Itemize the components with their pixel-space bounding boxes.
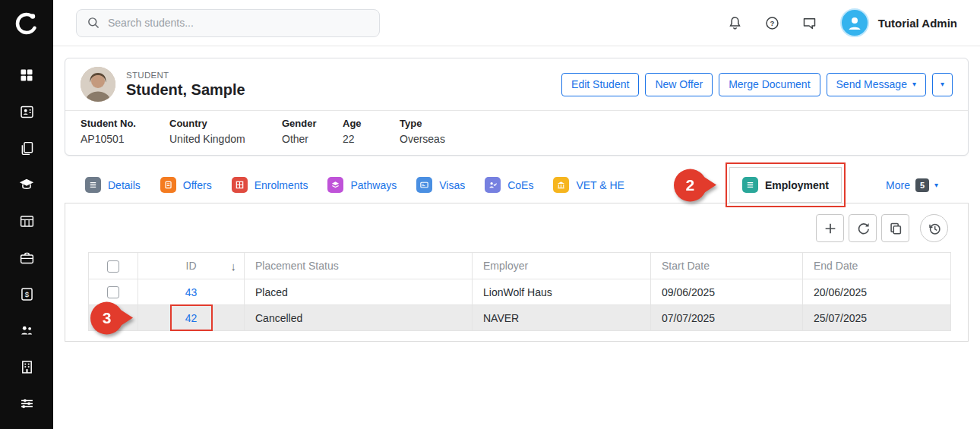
merge-document-button[interactable]: Merge Document [719, 73, 820, 96]
sidebar-item-documents-icon[interactable] [17, 139, 36, 157]
table-row[interactable]: 42 3 Cancelled NAVER 07/07/2025 25/07/20… [89, 305, 951, 331]
coes-tab-icon [485, 177, 501, 193]
new-offer-button[interactable]: New Offer [645, 73, 713, 96]
tab-label: Enrolments [254, 179, 308, 191]
sidebar-item-timetables-icon[interactable] [17, 212, 36, 230]
sidebar-item-dashboard-icon[interactable] [17, 66, 36, 84]
sidebar-item-employers-icon[interactable] [17, 248, 36, 267]
header-checkbox-cell [89, 253, 138, 279]
visas-tab-icon [416, 177, 432, 193]
tab-label: VET & HE [576, 179, 624, 191]
copy-button[interactable] [881, 214, 909, 242]
row-checkbox[interactable] [107, 286, 119, 298]
more-tabs-menu[interactable]: More 5 ▾ [886, 178, 938, 192]
student-header-row: STUDENT Student, Sample Edit Student New… [65, 58, 968, 110]
history-button[interactable] [920, 214, 948, 242]
cell-end-date: 25/07/2025 [803, 305, 951, 331]
chat-icon[interactable] [801, 14, 819, 32]
user-name[interactable]: Tutorial Admin [878, 17, 957, 30]
topbar: ? Tutorial Admin [53, 0, 980, 46]
info-label: Country [169, 118, 282, 129]
info-country: Country United Kingdom [169, 118, 282, 145]
sidebar-item-finance-icon[interactable]: $ [17, 285, 36, 303]
cell-placement-status: Placed [245, 279, 473, 305]
info-label: Student No. [81, 118, 169, 129]
cell-employer: NAVER [473, 305, 651, 331]
employment-tab-icon [742, 177, 758, 193]
sort-desc-icon[interactable]: ↓ [231, 260, 237, 273]
header-end-date[interactable]: End Date [803, 253, 951, 279]
header-employer[interactable]: Employer [473, 253, 651, 279]
more-actions-dropdown-button[interactable]: ▾ [932, 73, 953, 96]
record-id-link[interactable]: 43 [185, 286, 198, 298]
record-id-link[interactable]: 42 [185, 312, 198, 324]
student-identity: STUDENT Student, Sample [126, 71, 245, 99]
info-gender: Gender Other [282, 118, 343, 145]
info-label: Gender [282, 118, 343, 129]
student-name: Student, Sample [126, 81, 245, 99]
select-all-checkbox[interactable] [107, 260, 119, 273]
tab-pathways[interactable]: Pathways [318, 166, 406, 203]
student-photo [81, 67, 115, 102]
sidebar-item-courses-icon[interactable] [17, 175, 36, 194]
cell-employer: LionWolf Haus [473, 279, 651, 305]
cell-end-date: 20/06/2025 [803, 279, 951, 305]
cell-placement-status: Cancelled [245, 305, 473, 331]
tab-details[interactable]: Details [75, 166, 150, 203]
tab-label: Visas [439, 179, 465, 191]
user-avatar[interactable] [840, 8, 869, 37]
vet-he-tab-icon [553, 177, 569, 193]
header-placement-status[interactable]: Placement Status [245, 253, 473, 279]
table-row[interactable]: 43 Placed LionWolf Haus 09/06/2025 20/06… [89, 279, 951, 305]
employment-table: ID ↓ Placement Status Employer Start Dat… [88, 252, 951, 331]
search-input[interactable] [108, 17, 369, 29]
notifications-bell-icon[interactable] [726, 14, 744, 32]
sidebar-item-facilities-icon[interactable] [17, 358, 36, 376]
cell-start-date: 07/07/2025 [651, 305, 803, 331]
refresh-button[interactable] [849, 214, 877, 242]
send-message-button[interactable]: Send Message ▾ [827, 73, 926, 96]
tab-visas[interactable]: Visas [406, 166, 475, 203]
more-label: More [886, 179, 910, 191]
header-id[interactable]: ID ↓ [138, 253, 245, 279]
student-actions: Edit Student New Offer Merge Document Se… [561, 73, 953, 96]
info-label: Type [400, 118, 445, 129]
cell-id: 43 [138, 279, 245, 305]
cell-id: 42 3 [138, 305, 245, 331]
search-box[interactable] [76, 9, 380, 37]
info-label: Age [343, 118, 400, 129]
sidebar-item-agents-icon[interactable] [17, 321, 36, 339]
help-icon[interactable]: ? [763, 14, 782, 32]
details-tab-icon [85, 177, 101, 193]
app-logo-icon[interactable] [0, 0, 53, 46]
tab-offers[interactable]: Offers [150, 166, 222, 203]
tab-enrolments[interactable]: Enrolments [222, 166, 318, 203]
more-count-badge: 5 [915, 178, 929, 192]
student-info-row: Student No. AP10501 Country United Kingd… [65, 110, 968, 155]
topbar-actions: ? Tutorial Admin [707, 8, 957, 37]
tab-label: Offers [183, 179, 212, 191]
cell-start-date: 09/06/2025 [651, 279, 803, 305]
annotation-arrow-step-3: 3 [90, 301, 123, 334]
sidebar-item-contacts-icon[interactable] [17, 103, 36, 121]
svg-text:?: ? [770, 19, 775, 27]
tab-employment[interactable]: Employment 2 [729, 167, 842, 203]
add-record-button[interactable] [816, 214, 844, 242]
tab-coes[interactable]: CoEs [475, 166, 543, 203]
enrolments-tab-icon [232, 177, 248, 193]
offers-tab-icon [160, 177, 176, 193]
annotation-arrow-step-2: 2 [674, 169, 707, 201]
tab-label: Details [108, 179, 141, 191]
student-header-card: STUDENT Student, Sample Edit Student New… [65, 58, 969, 156]
student-tabs: Details Offers Enrolments Pathways Visas… [65, 166, 969, 203]
tab-vet-he[interactable]: VET & HE [543, 166, 634, 203]
sidebar-nav: $ [0, 46, 53, 412]
info-value: 22 [343, 133, 400, 145]
record-type-label: STUDENT [126, 71, 245, 80]
sidebar: $ [0, 0, 53, 429]
annotation-step-number: 2 [686, 176, 695, 194]
chevron-down-icon: ▾ [940, 80, 944, 88]
header-start-date[interactable]: Start Date [651, 253, 803, 279]
edit-student-button[interactable]: Edit Student [561, 73, 639, 96]
sidebar-item-settings-icon[interactable] [17, 394, 36, 412]
